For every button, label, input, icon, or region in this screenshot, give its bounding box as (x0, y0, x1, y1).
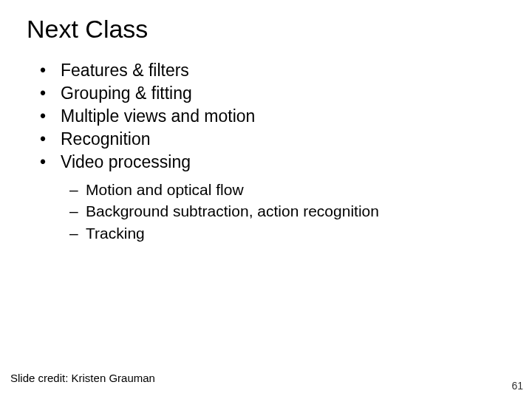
bullet-icon: • (40, 82, 61, 105)
subbullet-text: Background subtraction, action recogniti… (86, 200, 379, 222)
bullet-icon: • (40, 128, 61, 151)
subbullet-text: Tracking (86, 222, 145, 244)
dash-icon: – (69, 200, 86, 222)
bullet-text: Grouping & fitting (61, 82, 192, 105)
bullet-icon: • (40, 59, 61, 82)
slide-credit: Slide credit: Kristen Grauman (10, 372, 155, 384)
list-item: –Tracking (69, 222, 379, 244)
slide-title: Next Class (27, 15, 148, 44)
sub-bullet-list: –Motion and optical flow –Background sub… (69, 179, 379, 244)
list-item: –Background subtraction, action recognit… (69, 200, 379, 222)
bullet-icon: • (40, 151, 61, 174)
bullet-text: Recognition (61, 128, 150, 151)
bullet-text: Multiple views and motion (61, 105, 255, 128)
list-item: •Multiple views and motion (40, 105, 255, 128)
dash-icon: – (69, 179, 86, 200)
list-item: –Motion and optical flow (69, 179, 379, 200)
list-item: •Grouping & fitting (40, 82, 255, 105)
list-item: •Features & filters (40, 59, 255, 82)
page-number: 61 (511, 380, 523, 392)
subbullet-text: Motion and optical flow (86, 179, 244, 200)
list-item: •Recognition (40, 128, 255, 151)
bullet-text: Video processing (61, 151, 191, 174)
dash-icon: – (69, 222, 86, 244)
bullet-text: Features & filters (61, 59, 189, 82)
list-item: •Video processing (40, 151, 255, 174)
main-bullet-list: •Features & filters •Grouping & fitting … (40, 59, 255, 174)
bullet-icon: • (40, 105, 61, 128)
